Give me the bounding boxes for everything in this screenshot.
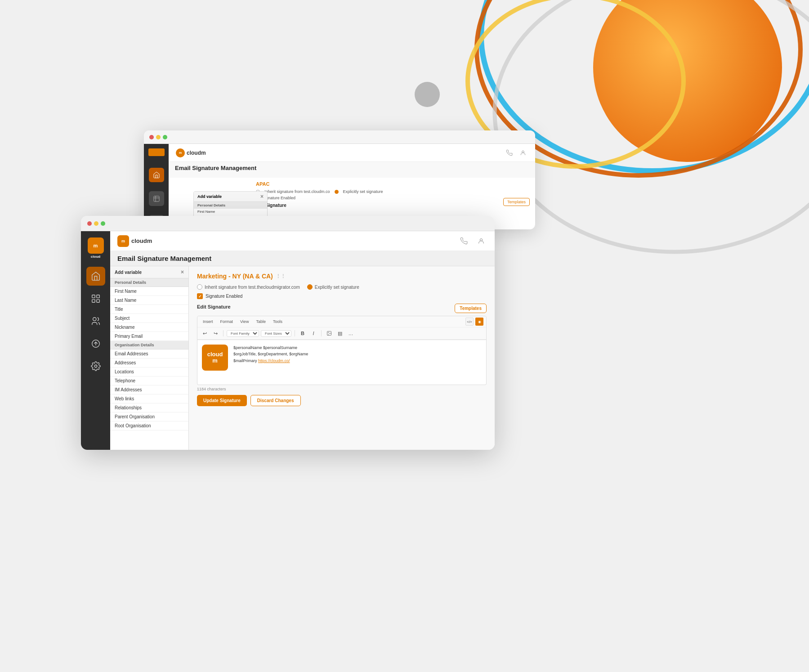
sig-logo-line2: m bbox=[207, 358, 223, 364]
dot-green bbox=[163, 135, 167, 139]
editor-toolbar: Insert Format View Table Tools </> ◉ ↩ bbox=[197, 316, 487, 340]
back-logo-icon: m bbox=[176, 148, 185, 157]
radio-inherit[interactable]: Inherit signature from test.thecloudmigr… bbox=[197, 284, 300, 290]
back-logo-full: m cloudm bbox=[176, 148, 206, 157]
var-item-firstname[interactable]: First Name bbox=[110, 287, 188, 296]
toolbar-table-insert-btn[interactable]: ▤ bbox=[335, 329, 344, 338]
var-item-web-links[interactable]: Web links bbox=[110, 394, 188, 403]
toolbar-undo-btn[interactable]: ↩ bbox=[200, 329, 209, 338]
sig-text-email: $mailPrimary https://cloudm.co/ bbox=[233, 358, 308, 364]
back-templates-button[interactable]: Templates bbox=[503, 198, 530, 206]
sidebar-item-upload[interactable] bbox=[86, 334, 105, 353]
back-window: m cloudm bbox=[144, 130, 535, 229]
var-item-root-org[interactable]: Root Organisation bbox=[110, 421, 188, 430]
back-var-firstname[interactable]: First Name bbox=[194, 209, 267, 215]
svg-rect-17 bbox=[96, 300, 99, 302]
radio-options-row: Inherit signature from test.thecloudmigr… bbox=[197, 284, 487, 290]
back-checkbox-row: Signature Enabled bbox=[256, 196, 529, 200]
toolbar-divider3 bbox=[321, 330, 322, 336]
front-logo-box: m bbox=[117, 235, 129, 247]
front-phone-icon[interactable] bbox=[458, 235, 470, 247]
var-panel-title: Add variable bbox=[115, 270, 142, 275]
front-logo-icon-box: m bbox=[88, 237, 104, 254]
back-header-icons bbox=[505, 148, 528, 158]
back-page-title-row: Email Signature Management bbox=[169, 162, 535, 178]
var-item-relationships[interactable]: Relationships bbox=[110, 403, 188, 412]
back-radio2[interactable] bbox=[335, 190, 339, 194]
back-sidebar-home[interactable] bbox=[149, 168, 164, 182]
var-item-title[interactable]: Title bbox=[110, 305, 188, 314]
toolbar-table-btn[interactable]: Table bbox=[253, 318, 268, 325]
back-radio1-label: Inherit signature from test.cloudm.co bbox=[264, 189, 330, 194]
sig-logo-line1: cloud bbox=[207, 351, 223, 358]
var-item-primary-email[interactable]: Primary Email bbox=[110, 332, 188, 341]
edit-sig-label: Edit Signature bbox=[197, 304, 231, 309]
var-org-section: Organisation Details bbox=[110, 341, 188, 349]
back-radio-row: Inherit signature from test.cloudm.co Ex… bbox=[256, 189, 529, 194]
back-var-close[interactable]: × bbox=[260, 193, 264, 200]
var-close-button[interactable]: × bbox=[181, 269, 184, 275]
templates-button[interactable]: Templates bbox=[455, 304, 487, 313]
toolbar-font-size-select[interactable]: Font Sizes bbox=[261, 330, 291, 337]
toolbar-tools-btn[interactable]: Tools bbox=[270, 318, 285, 325]
front-sidebar-logo: m cloud bbox=[88, 237, 104, 259]
front-sidebar: m cloud bbox=[81, 231, 110, 450]
front-logo: m cloudm bbox=[117, 235, 152, 247]
var-item-addresses[interactable]: Addresses bbox=[110, 358, 188, 367]
var-item-email-addresses[interactable]: Email Addresses bbox=[110, 349, 188, 358]
toolbar-font-family-select[interactable]: Font Family bbox=[227, 330, 259, 337]
dot-yellow bbox=[156, 135, 161, 139]
signature-logo-text: cloud m bbox=[207, 351, 223, 364]
back-sidebar-analytics[interactable] bbox=[149, 191, 164, 206]
toolbar-italic-btn[interactable]: I bbox=[309, 329, 318, 338]
var-item-parent-org[interactable]: Parent Organisation bbox=[110, 412, 188, 421]
update-signature-button[interactable]: Update Signature bbox=[197, 395, 247, 406]
toolbar-code-icon[interactable]: </> bbox=[465, 318, 474, 326]
right-panel: Marketing - NY (NA & CA) ⋮⋮ Inherit sign… bbox=[189, 266, 495, 450]
front-dot-yellow bbox=[94, 221, 98, 226]
variable-panel: Add variable × Personal Details First Na… bbox=[110, 266, 189, 450]
var-item-im-addresses[interactable]: IM Addresses bbox=[110, 385, 188, 394]
var-item-lastname[interactable]: Last Name bbox=[110, 296, 188, 305]
front-header-icons bbox=[458, 235, 487, 247]
signature-enabled-checkbox[interactable] bbox=[197, 293, 203, 299]
back-logo bbox=[148, 148, 165, 156]
var-item-nickname[interactable]: Nickname bbox=[110, 323, 188, 332]
toolbar-format-btn[interactable]: Format bbox=[218, 318, 236, 325]
back-var-header: Add variable × bbox=[194, 192, 267, 202]
front-content-area: m cloud bbox=[81, 231, 495, 450]
sig-text-org: $orgJobTitle, $orgDepartment, $orgName bbox=[233, 351, 308, 357]
front-title-bar bbox=[81, 216, 495, 231]
sidebar-item-users[interactable] bbox=[86, 312, 105, 331]
front-page-title-row: Email Signature Management bbox=[110, 251, 495, 266]
toolbar-redo-btn[interactable]: ↪ bbox=[211, 329, 220, 338]
sidebar-item-analytics[interactable] bbox=[86, 289, 105, 308]
discard-changes-button[interactable]: Discard Changes bbox=[250, 395, 301, 406]
sidebar-item-home[interactable] bbox=[86, 267, 105, 286]
group-settings-icon[interactable]: ⋮⋮ bbox=[276, 273, 286, 279]
toolbar-view-btn[interactable]: View bbox=[237, 318, 251, 325]
back-logo-m: m bbox=[179, 151, 182, 154]
back-user-icon[interactable] bbox=[518, 148, 528, 158]
toolbar-preview-icon[interactable]: ◉ bbox=[475, 318, 483, 326]
svg-point-3 bbox=[495, 0, 809, 252]
var-item-subject[interactable]: Subject bbox=[110, 314, 188, 323]
front-user-icon[interactable] bbox=[475, 235, 487, 247]
toolbar-more-btn[interactable]: … bbox=[346, 329, 355, 338]
toolbar-bold-btn[interactable]: B bbox=[298, 329, 307, 338]
sig-text-name: $personalName $personalSurname bbox=[233, 345, 308, 351]
front-logo-word: cloudm bbox=[131, 237, 152, 244]
dot-red bbox=[149, 135, 154, 139]
toolbar-insert-btn[interactable]: Insert bbox=[200, 318, 216, 325]
sidebar-item-settings[interactable] bbox=[86, 357, 105, 376]
signature-enabled-label: Signature Enabled bbox=[206, 294, 242, 299]
group-name: Marketing - NY (NA & CA) bbox=[197, 273, 273, 280]
toolbar-image-btn[interactable] bbox=[325, 329, 334, 338]
back-phone-icon[interactable] bbox=[505, 148, 514, 158]
var-item-locations[interactable]: Locations bbox=[110, 367, 188, 376]
radio-explicit[interactable]: Explicitly set signature bbox=[307, 284, 359, 290]
back-edit-sig: Edit Signature bbox=[256, 203, 529, 208]
var-item-telephone[interactable]: Telephone bbox=[110, 376, 188, 385]
toolbar-divider1 bbox=[223, 330, 223, 336]
editor-content-area: cloud m $personalName $personalSurname $… bbox=[197, 340, 487, 385]
